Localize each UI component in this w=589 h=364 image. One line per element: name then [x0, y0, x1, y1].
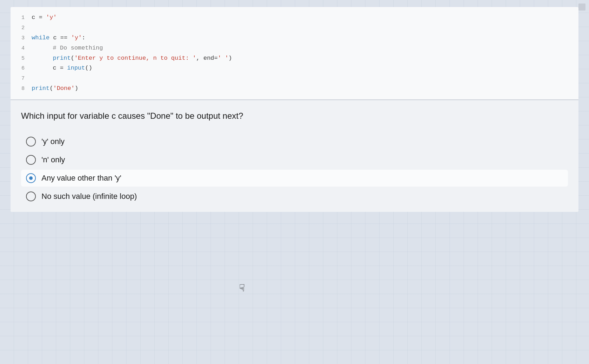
- code-line-6: 6 c = input(): [18, 63, 571, 73]
- main-container: 1 c = 'y' 2 3 while c == 'y': 4: [0, 0, 589, 364]
- code-string-5b: ' ': [218, 55, 229, 61]
- question-area: Which input for variable c causes "Done"…: [11, 100, 578, 212]
- option-label-1: 'y' only: [41, 137, 65, 146]
- code-content-1: c = 'y': [32, 13, 57, 23]
- top-right-indicator: [578, 4, 585, 11]
- line-number-2: 2: [18, 24, 32, 33]
- option-item-4[interactable]: No such value (infinite loop): [21, 188, 568, 205]
- options-list: 'y' only 'n' only Any value other than '…: [21, 133, 568, 205]
- code-line-2: 2: [18, 23, 571, 33]
- code-line-5: 5 print('Enter y to continue, n to quit:…: [18, 53, 571, 64]
- radio-circle-2: [26, 155, 36, 165]
- code-string-1: 'y': [46, 14, 57, 21]
- option-label-3: Any value other than 'y': [41, 174, 121, 183]
- line-number-8: 8: [18, 84, 32, 93]
- code-line-4: 4 # Do something: [18, 43, 571, 53]
- code-line-7: 7: [18, 73, 571, 84]
- code-string-8: 'Done': [53, 85, 75, 92]
- question-text: Which input for variable c causes "Done"…: [21, 110, 568, 122]
- content-area: 1 c = 'y' 2 3 while c == 'y': 4: [11, 7, 578, 212]
- code-content-6: c = input(): [32, 63, 92, 73]
- radio-circle-1: [26, 137, 36, 147]
- code-content-2: [32, 23, 35, 33]
- code-content-8: print('Done'): [32, 84, 78, 94]
- code-line-8: 8 print('Done'): [18, 84, 571, 94]
- radio-inner-3: [29, 176, 33, 180]
- option-item-2[interactable]: 'n' only: [21, 151, 568, 168]
- while-keyword: while: [32, 34, 50, 41]
- option-label-4: No such value (infinite loop): [41, 192, 137, 201]
- code-string-5a: 'Enter y to continue, n to quit: ': [74, 55, 196, 61]
- line-number-5: 5: [18, 54, 32, 63]
- code-rest-3: c == 'y':: [53, 34, 85, 41]
- radio-circle-3: [26, 173, 36, 183]
- line-number-3: 3: [18, 34, 32, 43]
- code-block: 1 c = 'y' 2 3 while c == 'y': 4: [11, 7, 578, 100]
- line-number-7: 7: [18, 74, 32, 83]
- code-content-7: [32, 73, 35, 84]
- code-content-5: print('Enter y to continue, n to quit: '…: [32, 53, 232, 64]
- code-content-4: # Do something: [32, 43, 103, 53]
- code-comment-4: # Do something: [53, 45, 103, 51]
- radio-circle-4: [26, 191, 36, 201]
- code-line-1: 1 c = 'y': [18, 13, 571, 23]
- line-number-6: 6: [18, 64, 32, 73]
- cursor-hand-icon: ☟: [239, 282, 245, 294]
- input-function-6: input: [67, 65, 85, 71]
- code-string-3: 'y': [71, 34, 82, 41]
- code-content-3: while c == 'y':: [32, 33, 85, 43]
- option-label-2: 'n' only: [41, 155, 65, 164]
- code-line-3: 3 while c == 'y':: [18, 33, 571, 43]
- line-number-4: 4: [18, 44, 32, 53]
- print-function-8: print: [32, 85, 50, 92]
- option-item-1[interactable]: 'y' only: [21, 133, 568, 150]
- print-function-5: print: [53, 55, 71, 61]
- option-item-3[interactable]: Any value other than 'y': [21, 170, 568, 187]
- line-number-1: 1: [18, 13, 32, 22]
